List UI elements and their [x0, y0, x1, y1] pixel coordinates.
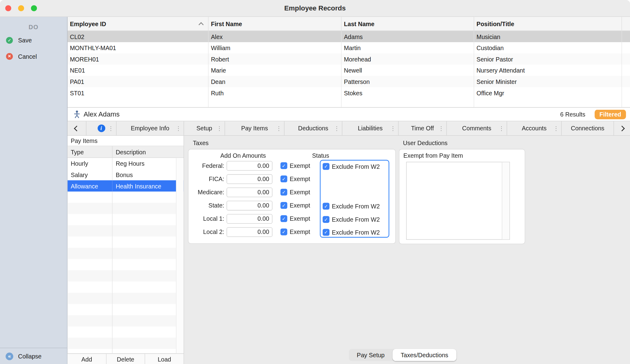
employee-row[interactable]: NE01 Marie Newell Nursery Attendant: [67, 65, 630, 76]
column-header-description: Description: [113, 146, 184, 157]
column-header-employee-id[interactable]: Employee ID: [67, 17, 208, 30]
medicare-addon-input[interactable]: [227, 187, 273, 197]
exclude-w2-label: Exclude From W2: [332, 229, 380, 235]
pay-item-row-selected[interactable]: Allowance Health Insurance: [67, 180, 183, 192]
pay-items-scrollbar-track[interactable]: [176, 158, 184, 353]
sidebar-header: DO: [0, 17, 67, 32]
pay-items-title: Pay Items: [67, 136, 183, 146]
exempt-label: Exempt: [290, 202, 310, 209]
user-deductions-group-box: Exempt from Pay Item: [399, 149, 525, 244]
local2-exclude-w2-row: Exclude From W2: [323, 228, 380, 236]
sort-ascending-icon: [198, 22, 204, 27]
record-bar: Alex Adams 6 Results Filtered: [67, 108, 630, 121]
main-area: Employee ID First Name Last Name Positio…: [67, 17, 630, 364]
fica-exempt-checkbox[interactable]: [281, 176, 287, 182]
employee-row[interactable]: PA01 Dean Patterson Senior Minister: [67, 76, 630, 87]
tab-menu-kebab-icon[interactable]: [553, 125, 559, 131]
filtered-badge[interactable]: Filtered: [595, 109, 626, 119]
previous-record-button[interactable]: [67, 121, 86, 135]
table-scrollbar-gutter: [622, 17, 630, 30]
cancel-button[interactable]: Cancel: [0, 48, 67, 64]
exclude-w2-label: Exclude From W2: [332, 203, 380, 210]
person-icon: [74, 110, 80, 118]
chevron-right-icon: [619, 125, 625, 131]
table-filler: [67, 98, 630, 107]
fica-addon-input[interactable]: [227, 174, 273, 184]
federal-exclude-w2-row: Exclude From W2: [323, 162, 380, 171]
zoom-window-button[interactable]: [31, 5, 37, 11]
employee-row[interactable]: ST01 Ruth Stokes Office Mgr: [67, 87, 630, 98]
pay-setup-tab[interactable]: Pay Setup: [349, 349, 393, 361]
add-button[interactable]: Add: [67, 354, 106, 364]
state-addon-input[interactable]: [227, 200, 273, 210]
tab-connections[interactable]: Connections: [562, 121, 614, 135]
column-header-first-name[interactable]: First Name: [209, 17, 341, 30]
user-deductions-section-label: User Deductions: [403, 139, 448, 146]
tab-menu-kebab-icon[interactable]: [108, 125, 114, 131]
tab-menu-kebab-icon[interactable]: [217, 125, 222, 131]
medicare-exempt-checkbox[interactable]: [281, 189, 287, 196]
exempt-list-scrollbar-track: [502, 162, 509, 239]
federal-exclude-w2-checkbox[interactable]: [323, 163, 329, 170]
exempt-label: Exempt: [290, 176, 310, 182]
cancel-x-icon: [6, 53, 13, 60]
close-window-button[interactable]: [5, 5, 11, 11]
local2-addon-input[interactable]: [227, 227, 273, 237]
tab-deductions[interactable]: Deductions: [285, 121, 342, 135]
traffic-lights: [5, 0, 37, 17]
employee-table: Employee ID First Name Last Name Positio…: [67, 17, 630, 108]
state-exclude-w2-checkbox[interactable]: [323, 203, 329, 210]
tab-setup[interactable]: Setup: [184, 121, 225, 135]
exempt-from-pay-item-label: Exempt from Pay Item: [403, 152, 463, 159]
state-exempt-checkbox[interactable]: [281, 202, 287, 209]
federal-addon-input[interactable]: [227, 161, 273, 170]
tab-menu-kebab-icon[interactable]: [334, 125, 339, 131]
add-on-amounts-header: Add On Amounts: [220, 152, 266, 159]
next-record-button[interactable]: [614, 121, 630, 135]
titlebar: Employee Records: [0, 0, 630, 17]
tab-menu-kebab-icon[interactable]: [499, 125, 504, 131]
save-button[interactable]: Save: [0, 32, 67, 48]
employee-row[interactable]: CL02 Alex Adams Musician: [67, 31, 630, 42]
chevron-left-icon: [74, 125, 79, 131]
tab-menu-kebab-icon[interactable]: [176, 125, 181, 131]
tab-pay-items[interactable]: Pay Items: [225, 121, 284, 135]
employee-table-header: Employee ID First Name Last Name Positio…: [67, 17, 630, 31]
current-record-name: Alex Adams: [84, 110, 120, 118]
pay-item-row[interactable]: Hourly Reg Hours: [67, 158, 183, 169]
employee-row[interactable]: MOREH01 Robert Morehead Senior Pastor: [67, 53, 630, 65]
collapse-button[interactable]: Collapse: [0, 348, 67, 364]
tab-accounts[interactable]: Accounts: [507, 121, 562, 135]
employee-records-window: Employee Records DO Save Cancel Collapse: [0, 0, 630, 364]
tab-info[interactable]: [86, 121, 117, 135]
tab-menu-kebab-icon[interactable]: [276, 125, 281, 131]
tab-menu-kebab-icon[interactable]: [438, 125, 444, 131]
save-check-icon: [6, 37, 13, 44]
local1-exclude-w2-checkbox[interactable]: [323, 216, 329, 223]
load-button[interactable]: Load: [145, 354, 184, 364]
local1-addon-input[interactable]: [227, 214, 273, 224]
local1-exempt-checkbox[interactable]: [281, 215, 287, 222]
pay-item-row[interactable]: Salary Bonus: [67, 169, 183, 180]
sidebar: DO Save Cancel Collapse: [0, 17, 67, 364]
column-header-last-name[interactable]: Last Name: [341, 17, 474, 30]
delete-button[interactable]: Delete: [106, 354, 145, 364]
employee-row[interactable]: MONTHLY-MA01 William Martin Custodian: [67, 42, 630, 53]
taxes-deductions-tab[interactable]: Taxes/Deductions: [393, 349, 456, 361]
local2-exclude-w2-checkbox[interactable]: [323, 229, 329, 235]
tab-time-off[interactable]: Time Off: [399, 121, 447, 135]
column-header-position-title[interactable]: Position/Title: [474, 17, 622, 30]
tab-employee-info[interactable]: Employee Info: [117, 121, 184, 135]
local2-exempt-checkbox[interactable]: [281, 228, 287, 235]
tab-comments[interactable]: Comments: [447, 121, 507, 135]
minimize-window-button[interactable]: [18, 5, 24, 11]
pay-items-panel: Pay Items Type Description Hourly Reg Ho…: [67, 136, 184, 364]
tab-liabilities[interactable]: Liabilities: [342, 121, 399, 135]
federal-exempt-checkbox[interactable]: [281, 162, 287, 169]
exempt-label: Exempt: [290, 162, 310, 169]
pay-items-buttons: Add Delete Load: [67, 353, 183, 364]
status-header: Status: [312, 152, 329, 159]
exempt-pay-item-list[interactable]: [406, 162, 510, 239]
tab-menu-kebab-icon[interactable]: [390, 125, 396, 131]
exempt-label: Exempt: [290, 189, 310, 196]
